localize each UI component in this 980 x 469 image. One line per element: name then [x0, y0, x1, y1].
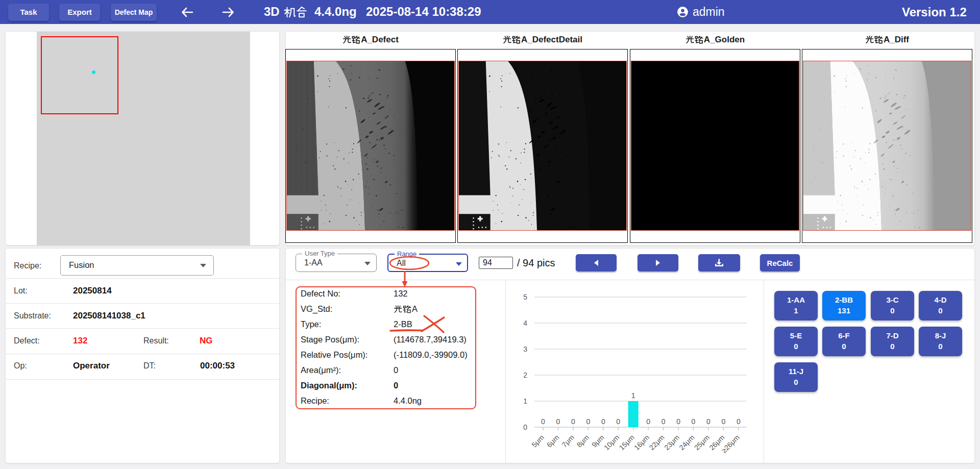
- svg-text:0: 0: [601, 417, 605, 426]
- svg-text:5μm: 5μm: [530, 433, 546, 449]
- svg-text:3: 3: [523, 345, 527, 353]
- svg-text:24μm: 24μm: [677, 433, 696, 452]
- svg-text:0: 0: [706, 417, 710, 426]
- svg-text:4: 4: [523, 319, 527, 327]
- svg-text:0: 0: [692, 417, 696, 426]
- svg-text:0: 0: [722, 417, 726, 426]
- svg-text:0: 0: [556, 417, 560, 426]
- svg-text:6μm: 6μm: [545, 433, 561, 449]
- svg-text:0: 0: [737, 417, 741, 426]
- svg-text:0: 0: [616, 417, 620, 426]
- svg-text:1: 1: [523, 397, 527, 405]
- svg-text:0: 0: [662, 417, 666, 426]
- svg-text:0: 0: [646, 417, 650, 426]
- svg-text:16μm: 16μm: [632, 433, 651, 452]
- svg-text:22μm: 22μm: [647, 433, 666, 452]
- svg-text:0: 0: [586, 417, 590, 426]
- svg-text:0: 0: [541, 417, 545, 426]
- svg-text:2: 2: [523, 371, 527, 379]
- svg-text:15μm: 15μm: [618, 433, 636, 452]
- svg-text:10μm: 10μm: [602, 433, 621, 452]
- svg-text:0: 0: [523, 423, 527, 431]
- svg-text:7μm: 7μm: [560, 433, 576, 449]
- svg-text:0: 0: [676, 417, 680, 426]
- svg-text:8μm: 8μm: [575, 433, 591, 449]
- svg-text:23μm: 23μm: [663, 433, 681, 452]
- svg-text:0: 0: [571, 417, 575, 426]
- svg-text:25μm: 25μm: [693, 433, 711, 452]
- svg-text:5: 5: [523, 293, 527, 301]
- svg-text:1: 1: [631, 391, 635, 400]
